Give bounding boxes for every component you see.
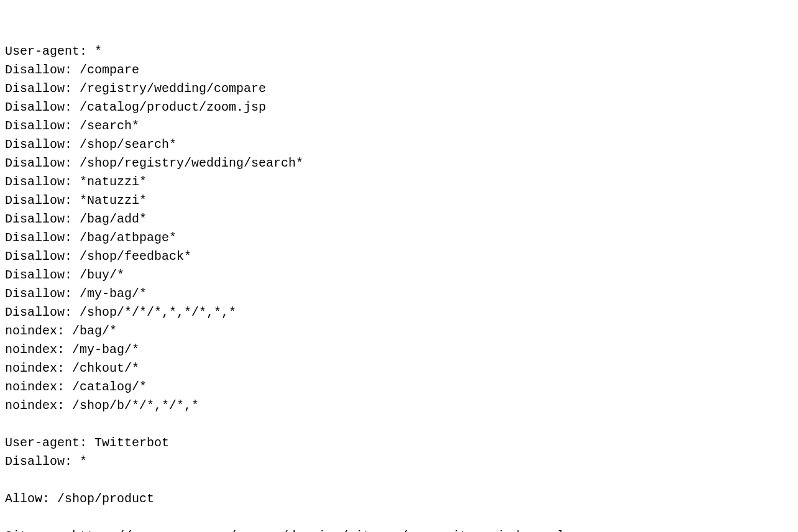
- text-line: Disallow: /shop/search*: [5, 135, 793, 154]
- text-line: noindex: /chkout/*: [5, 359, 793, 378]
- text-line: noindex: /catalog/*: [5, 378, 793, 397]
- text-line: [5, 415, 793, 434]
- text-line: Disallow: /my-bag/*: [5, 285, 793, 303]
- text-line: noindex: /shop/b/*/*,*/*,*: [5, 397, 793, 415]
- text-line: Disallow: /search*: [5, 117, 793, 135]
- text-line: noindex: /my-bag/*: [5, 341, 793, 359]
- text-line: Allow: /shop/product: [5, 490, 793, 508]
- text-line: Disallow: /shop/*/*/*,*,*/*,*,*: [5, 303, 793, 322]
- text-line: Disallow: *Natuzzi*: [5, 191, 793, 210]
- text-line: noindex: /bag/*: [5, 322, 793, 341]
- text-line: [5, 471, 793, 490]
- text-line: Disallow: /bag/atbpage*: [5, 229, 793, 247]
- text-line: Disallow: /buy/*: [5, 266, 793, 285]
- text-line: [5, 508, 793, 527]
- robots-txt-content: User-agent: *Disallow: /compareDisallow:…: [5, 42, 793, 532]
- text-line: User-agent: Twitterbot: [5, 434, 793, 452]
- text-line: Disallow: /bag/add*: [5, 210, 793, 229]
- text-line: Disallow: /compare: [5, 61, 793, 80]
- text-line: Disallow: /catalog/product/zoom.jsp: [5, 98, 793, 117]
- text-line: Disallow: /registry/wedding/compare: [5, 80, 793, 98]
- text-line: Disallow: *: [5, 452, 793, 471]
- text-line: Disallow: /shop/registry/wedding/search*: [5, 154, 793, 173]
- text-line: Sitemap: https://www.macys.com/navapp/dy…: [5, 527, 793, 532]
- text-line: User-agent: *: [5, 42, 793, 61]
- text-line: Disallow: *natuzzi*: [5, 173, 793, 191]
- text-line: Disallow: /shop/feedback*: [5, 247, 793, 266]
